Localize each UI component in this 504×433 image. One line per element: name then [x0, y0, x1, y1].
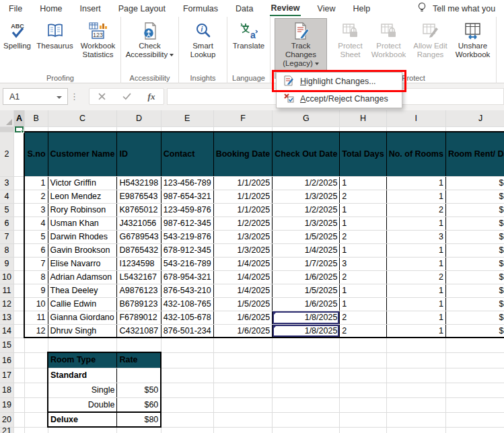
- cell-B20[interactable]: [24, 412, 48, 427]
- tab-help[interactable]: Help: [344, 0, 379, 17]
- cell-J12[interactable]: $80: [445, 297, 504, 311]
- cell-I20[interactable]: [386, 412, 445, 427]
- cell-B12[interactable]: 10: [24, 297, 48, 311]
- cell-H13[interactable]: 2: [340, 311, 386, 324]
- cell-E12[interactable]: 432-108-765: [161, 297, 213, 311]
- cell-I15[interactable]: [386, 338, 445, 352]
- cell-H16[interactable]: [340, 352, 386, 368]
- column-header-I[interactable]: I: [386, 110, 445, 126]
- cell-G15[interactable]: [273, 338, 340, 352]
- cell-F10[interactable]: 1/4/2025: [213, 270, 273, 284]
- cell-G5[interactable]: 1/2/2025: [273, 203, 340, 216]
- cell-B17[interactable]: [24, 368, 48, 383]
- cell-F2[interactable]: Booking Date: [213, 132, 273, 176]
- cell-F19[interactable]: [213, 397, 273, 412]
- cell-A21[interactable]: [13, 427, 24, 433]
- row-header-9[interactable]: 9: [0, 257, 13, 270]
- translate-button[interactable]: a Translate: [229, 18, 269, 52]
- cell-B6[interactable]: 4: [24, 216, 48, 230]
- cell-E13[interactable]: 432-105-678: [161, 311, 213, 324]
- cell-G12[interactable]: 1/6/2025: [273, 297, 340, 311]
- row-header-11[interactable]: 11: [0, 284, 13, 297]
- row-header-8[interactable]: 8: [0, 243, 13, 257]
- cell-C10[interactable]: Adrian Adamson: [48, 270, 117, 284]
- column-header-H[interactable]: H: [340, 110, 386, 126]
- cell-G13[interactable]: 1/8/2025: [273, 311, 340, 324]
- cancel-icon[interactable]: [98, 91, 106, 103]
- cell-F11[interactable]: 1/4/2025: [213, 284, 273, 297]
- column-header-A[interactable]: A: [13, 110, 24, 126]
- cell-F8[interactable]: 1/3/2025: [213, 243, 273, 257]
- cell-H6[interactable]: 1: [340, 216, 386, 230]
- cell-H3[interactable]: 1: [340, 176, 386, 190]
- cell-H2[interactable]: Total Days: [340, 132, 386, 176]
- cell-H11[interactable]: 1: [340, 284, 386, 297]
- cell-A12[interactable]: [13, 297, 24, 311]
- cell-G14[interactable]: 1/8/2025: [273, 324, 340, 338]
- cell-F17[interactable]: [213, 368, 273, 383]
- cell-B10[interactable]: 8: [24, 270, 48, 284]
- cell-I3[interactable]: 1: [386, 176, 445, 190]
- cell-E20[interactable]: [161, 412, 213, 427]
- cell-I6[interactable]: 1: [386, 216, 445, 230]
- menu-item-highlight-changes[interactable]: Highlight Changes...: [277, 73, 402, 90]
- cell-J10[interactable]: $80: [445, 270, 504, 284]
- protect-sheet-button[interactable]: Protect Sheet: [333, 18, 368, 61]
- tab-review[interactable]: Review: [262, 0, 308, 17]
- cell-A14[interactable]: [13, 324, 24, 338]
- cell-B15[interactable]: [24, 338, 48, 352]
- track-changes-button[interactable]: Track Changes (Legacy): [275, 18, 327, 79]
- cell-B8[interactable]: 6: [24, 243, 48, 257]
- cell-F18[interactable]: [213, 383, 273, 397]
- cell-A11[interactable]: [13, 284, 24, 297]
- cell-H1[interactable]: [340, 126, 386, 132]
- cell-A10[interactable]: [13, 270, 24, 284]
- unshare-workbook-button[interactable]: Unshare Workbook: [452, 18, 495, 61]
- cell-A5[interactable]: [13, 203, 24, 216]
- cell-D7[interactable]: G6789543: [117, 230, 161, 243]
- cell-C4[interactable]: Leon Mendez: [48, 190, 117, 203]
- cell-B2[interactable]: S.no: [24, 132, 48, 176]
- cell-I10[interactable]: 2: [386, 270, 445, 284]
- menu-item-accept-reject-changes[interactable]: Accept/Reject Changes: [277, 90, 402, 108]
- cell-C14[interactable]: Dhruv Singh: [48, 324, 117, 338]
- cell-A9[interactable]: [13, 257, 24, 270]
- row-header-4[interactable]: 4: [0, 190, 13, 203]
- cell-C2[interactable]: Customer Name: [48, 132, 117, 176]
- column-header-G[interactable]: G: [273, 110, 340, 126]
- row-header-5[interactable]: 5: [0, 203, 13, 216]
- cell-E15[interactable]: [161, 338, 213, 352]
- cell-B5[interactable]: 3: [24, 203, 48, 216]
- row-header-15[interactable]: 15: [0, 338, 13, 352]
- column-header-D[interactable]: D: [117, 110, 161, 126]
- cell-E5[interactable]: 123-459-876: [161, 203, 213, 216]
- cell-A15[interactable]: [13, 338, 24, 352]
- cell-I9[interactable]: 1: [386, 257, 445, 270]
- row-header-12[interactable]: 12: [0, 297, 13, 311]
- cell-I12[interactable]: 1: [386, 297, 445, 311]
- row-header-18[interactable]: 18: [0, 383, 13, 397]
- cell-B3[interactable]: 1: [24, 176, 48, 190]
- cell-F7[interactable]: 1/3/2025: [213, 230, 273, 243]
- cell-D4[interactable]: E9876543: [117, 190, 161, 203]
- check-accessibility-button[interactable]: Check Accessibility: [123, 18, 177, 61]
- row-header-20[interactable]: 20: [0, 412, 13, 427]
- cell-B16[interactable]: [24, 352, 48, 368]
- cell-H7[interactable]: 2: [340, 230, 386, 243]
- cell-E6[interactable]: 987-612-345: [161, 216, 213, 230]
- cell-I18[interactable]: [386, 383, 445, 397]
- cell-G21[interactable]: [273, 427, 340, 433]
- cell-D12[interactable]: B6789123: [117, 297, 161, 311]
- cell-I1[interactable]: [386, 126, 445, 132]
- cell-F5[interactable]: 1/1/2025: [213, 203, 273, 216]
- row-header-13[interactable]: 13: [0, 311, 13, 324]
- cell-I19[interactable]: [386, 397, 445, 412]
- cell-E7[interactable]: 543-219-876: [161, 230, 213, 243]
- cell-F3[interactable]: 1/1/2025: [213, 176, 273, 190]
- tell-me-search[interactable]: Tell me what you: [417, 0, 495, 17]
- cell-D2[interactable]: ID: [117, 132, 161, 176]
- select-all-icon[interactable]: [6, 119, 12, 125]
- cell-E9[interactable]: 543-216-789: [161, 257, 213, 270]
- cell-G9[interactable]: 1/7/2025: [273, 257, 340, 270]
- cell-I17[interactable]: [386, 368, 445, 383]
